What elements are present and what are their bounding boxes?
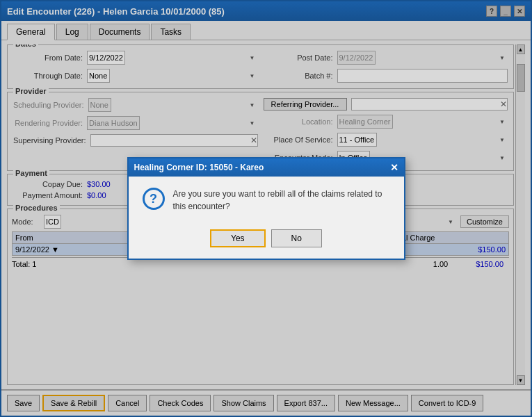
dialog-close-button[interactable]: ✕ bbox=[390, 162, 398, 173]
main-window: Edit Encounter (226) - Helen Garcia 10/0… bbox=[0, 0, 532, 417]
confirmation-dialog: Healing Corner ID: 15050 - Kareo ✕ ? Are… bbox=[127, 157, 405, 260]
dialog-question-icon: ? bbox=[143, 188, 165, 210]
dialog-title-text: Healing Corner ID: 15050 - Kareo bbox=[134, 163, 264, 172]
dialog-buttons: Yes No bbox=[129, 224, 404, 259]
dialog-overlay: Healing Corner ID: 15050 - Kareo ✕ ? Are… bbox=[0, 0, 532, 417]
dialog-message: Are you sure you want to rebill all of t… bbox=[173, 188, 390, 213]
dialog-title-bar: Healing Corner ID: 15050 - Kareo ✕ bbox=[129, 158, 404, 177]
dialog-no-button[interactable]: No bbox=[271, 229, 322, 247]
dialog-yes-button[interactable]: Yes bbox=[210, 229, 266, 247]
dialog-body: ? Are you sure you want to rebill all of… bbox=[129, 177, 404, 224]
